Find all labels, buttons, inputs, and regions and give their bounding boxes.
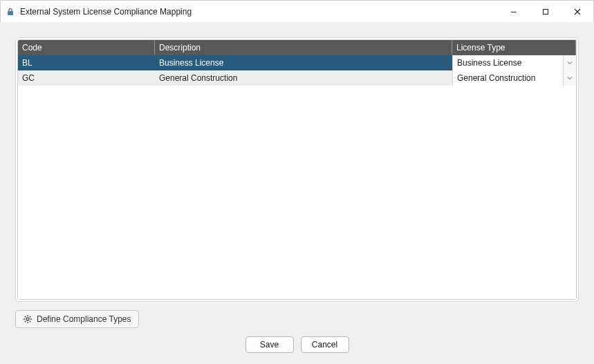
maximize-icon: [542, 8, 549, 15]
svg-rect-1: [511, 12, 517, 12]
save-button-label: Save: [260, 340, 279, 349]
column-header-license-type[interactable]: License Type: [452, 40, 576, 55]
svg-rect-0: [8, 11, 13, 15]
cell-code[interactable]: BL: [18, 55, 155, 70]
dialog-footer: Save Cancel: [15, 328, 579, 356]
column-header-label: Description: [159, 43, 201, 52]
table-row[interactable]: BL Business License Business License: [18, 55, 576, 70]
window-controls: [498, 1, 593, 22]
column-header-label: Code: [22, 43, 42, 52]
license-type-value: Business License: [453, 55, 564, 70]
minimize-icon: [510, 8, 517, 15]
grid-header-row: Code Description License Type: [18, 40, 576, 55]
client-area: Code Description License Type BL Busines…: [0, 22, 594, 364]
cell-description[interactable]: Business License: [155, 55, 452, 70]
grid-toolbar: Define Compliance Types: [15, 310, 579, 328]
column-header-label: License Type: [456, 43, 505, 52]
gear-icon: [23, 314, 33, 324]
svg-line-8: [25, 316, 26, 317]
cell-description[interactable]: General Construction: [155, 70, 452, 86]
minimize-button[interactable]: [498, 1, 530, 22]
app-icon: [1, 7, 20, 17]
license-type-value: General Construction: [453, 70, 564, 86]
svg-line-11: [25, 321, 26, 322]
lock-icon: [6, 7, 15, 17]
svg-point-3: [26, 318, 29, 320]
cancel-button[interactable]: Cancel: [301, 336, 349, 353]
save-button[interactable]: Save: [245, 336, 294, 353]
maximize-button[interactable]: [530, 1, 561, 22]
close-icon: [574, 8, 581, 15]
svg-line-9: [30, 321, 30, 322]
svg-line-10: [30, 316, 30, 317]
license-type-dropdown-button[interactable]: [564, 55, 576, 70]
cell-code[interactable]: GC: [18, 70, 155, 86]
column-header-description[interactable]: Description: [155, 40, 452, 55]
cancel-button-label: Cancel: [312, 340, 337, 349]
chevron-down-icon: [567, 60, 573, 66]
define-compliance-types-label: Define Compliance Types: [37, 314, 131, 324]
table-row[interactable]: GC General Construction General Construc…: [18, 70, 576, 86]
grid-body: BL Business License Business License GC: [18, 55, 576, 299]
mapping-grid-panel: Code Description License Type BL Busines…: [15, 37, 579, 302]
license-type-dropdown-button[interactable]: [564, 70, 576, 86]
chevron-down-icon: [567, 75, 573, 81]
cell-license-type[interactable]: Business License: [452, 55, 576, 70]
window-title: External System License Compliance Mappi…: [20, 7, 192, 17]
title-bar: External System License Compliance Mappi…: [1, 1, 593, 23]
define-compliance-types-button[interactable]: Define Compliance Types: [15, 310, 139, 328]
column-header-code[interactable]: Code: [18, 40, 155, 55]
close-button[interactable]: [561, 1, 593, 22]
svg-rect-2: [544, 9, 548, 14]
cell-license-type[interactable]: General Construction: [452, 70, 576, 86]
